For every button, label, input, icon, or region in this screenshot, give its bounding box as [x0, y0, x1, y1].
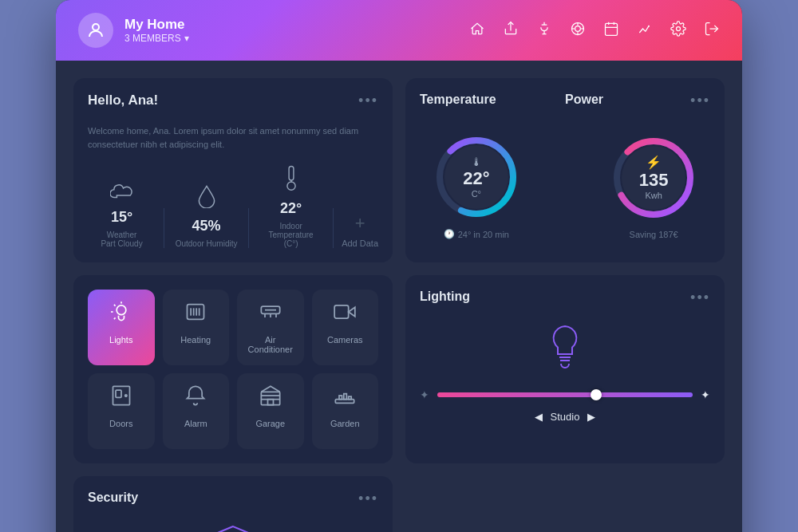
- slider-knob: [591, 389, 602, 400]
- door-icon: [110, 384, 132, 412]
- lighting-dots-menu[interactable]: •••: [690, 290, 710, 306]
- device-heating[interactable]: Heating: [163, 290, 230, 365]
- device-alarm[interactable]: Alarm: [163, 373, 230, 449]
- add-data-btn[interactable]: + Add Data: [342, 213, 378, 248]
- welcome-text: Welcome home, Ana. Lorem ipsum dolor sit…: [88, 124, 378, 151]
- lights-label: Lights: [109, 335, 132, 345]
- temp-gauge-value: 22°: [463, 168, 489, 189]
- indoor-temp-value: 22°: [280, 200, 302, 217]
- temperature-gauge: 🌡 22° C° 🕐 24° in 20 min: [433, 133, 520, 239]
- cloud-icon: [110, 182, 134, 204]
- nav-calendar-icon[interactable]: [603, 21, 619, 41]
- bulb-container: ✦ ✦ ◀ Studio ▶: [420, 316, 710, 429]
- garden-icon: [334, 384, 356, 412]
- camera-icon: [334, 301, 356, 329]
- garage-icon: [259, 384, 282, 412]
- lighting-card: Lighting ••• ✦ ✦: [405, 275, 725, 463]
- ac-label: Air Conditioner: [243, 335, 298, 354]
- svg-rect-39: [116, 390, 121, 397]
- temp-gauge-unit: C°: [472, 189, 481, 199]
- nav-logout-icon[interactable]: [704, 21, 720, 41]
- indoor-temp-label: Indoor Temperature(C°): [257, 222, 325, 248]
- nav-chart-icon[interactable]: [637, 21, 653, 41]
- temp-gauge-icon: 🌡: [471, 156, 482, 168]
- stat-divider-2: [248, 208, 249, 248]
- nav-share-icon[interactable]: [503, 21, 519, 41]
- alarm-label: Alarm: [184, 419, 207, 428]
- security-card: Security ••• Locked ◀: [73, 476, 393, 532]
- room-next-arrow[interactable]: ▶: [587, 411, 595, 423]
- header-nav: [469, 21, 720, 41]
- brightness-row: ✦ ✦: [420, 388, 710, 401]
- svg-rect-46: [339, 396, 342, 400]
- svg-rect-47: [344, 394, 347, 400]
- nav-plug-icon[interactable]: [536, 21, 552, 41]
- cameras-label: Cameras: [327, 335, 363, 345]
- svg-rect-41: [261, 392, 279, 404]
- ac-icon: [259, 301, 282, 329]
- temp-stat: 22° Indoor Temperature(C°): [257, 165, 325, 248]
- humidity-stat: 45% Outdoor Humidity: [172, 184, 240, 248]
- stat-divider-1: [164, 208, 164, 248]
- nav-settings-icon[interactable]: [670, 21, 686, 41]
- temp-gauge-center: 🌡 22° C°: [444, 145, 508, 209]
- nav-home-icon[interactable]: [469, 21, 485, 41]
- power-title: Power: [565, 93, 603, 107]
- svg-rect-8: [606, 23, 618, 35]
- device-doors[interactable]: Doors: [88, 373, 155, 449]
- room-name: Studio: [551, 411, 580, 423]
- room-prev-arrow[interactable]: ◀: [535, 411, 543, 423]
- home-members: 3 MEMBERS ▾: [124, 33, 189, 44]
- weather-value: 15°: [111, 209, 132, 226]
- garage-label: Garage: [255, 419, 285, 428]
- svg-point-0: [93, 24, 99, 30]
- heating-icon: [184, 301, 207, 329]
- svg-point-40: [124, 395, 126, 396]
- welcome-card-header: Hello, Ana! •••: [88, 93, 378, 115]
- nav-target-icon[interactable]: [570, 21, 586, 41]
- lighting-title: Lighting: [420, 290, 470, 304]
- power-gauge-icon: ⚡: [646, 155, 662, 170]
- home-info: My Home 3 MEMBERS ▾: [124, 17, 189, 44]
- brightness-low-icon: ✦: [420, 388, 429, 401]
- device-garage[interactable]: Garage: [237, 373, 304, 449]
- shield-icon: [209, 523, 257, 532]
- devices-grid: Lights Heating: [88, 290, 378, 449]
- brightness-slider[interactable]: [437, 392, 693, 397]
- device-lights[interactable]: Lights: [88, 290, 155, 365]
- welcome-card: Hello, Ana! ••• Welcome home, Ana. Lorem…: [73, 78, 393, 262]
- security-dots-menu[interactable]: •••: [358, 491, 378, 507]
- power-gauge-value: 135: [639, 170, 669, 191]
- welcome-greeting: Hello, Ana!: [88, 93, 158, 108]
- power-gauge-wrap: ⚡ 135 Kwh: [610, 134, 697, 222]
- devices-card: Lights Heating: [73, 275, 393, 463]
- svg-rect-48: [349, 396, 352, 400]
- gauges-row: 🌡 22° C° 🕐 24° in 20 min: [420, 127, 710, 246]
- power-dots-menu[interactable]: •••: [690, 93, 710, 109]
- humidity-icon: [196, 184, 217, 213]
- header-left: My Home 3 MEMBERS ▾: [78, 13, 189, 48]
- security-title: Security: [88, 491, 138, 505]
- doors-label: Doors: [109, 419, 132, 428]
- device-air-conditioner[interactable]: Air Conditioner: [237, 290, 304, 365]
- svg-rect-15: [289, 166, 294, 179]
- add-data-label: Add Data: [342, 238, 378, 248]
- humidity-value: 45%: [192, 218, 221, 234]
- temp-power-card: Temperature Power •••: [405, 78, 725, 262]
- avatar: [78, 13, 113, 48]
- heating-label: Heating: [180, 335, 211, 345]
- weather-label: WeatherPart Cloudy: [101, 231, 142, 248]
- svg-rect-37: [334, 305, 349, 318]
- shield-container: Locked ◀ Front Door ▶: [88, 517, 378, 532]
- thermometer-icon: [284, 165, 298, 195]
- welcome-dots-menu[interactable]: •••: [358, 93, 378, 109]
- svg-line-24: [114, 305, 116, 306]
- svg-rect-27: [188, 305, 204, 320]
- stats-row: 15° WeatherPart Cloudy 45% Outdoor Humid…: [88, 165, 378, 248]
- device-garden[interactable]: Garden: [312, 373, 379, 449]
- temp-title: Temperature: [420, 93, 496, 107]
- device-cameras[interactable]: Cameras: [312, 290, 379, 365]
- svg-point-12: [649, 26, 650, 26]
- svg-line-26: [114, 317, 116, 319]
- power-gauge-center: ⚡ 135 Kwh: [622, 146, 685, 210]
